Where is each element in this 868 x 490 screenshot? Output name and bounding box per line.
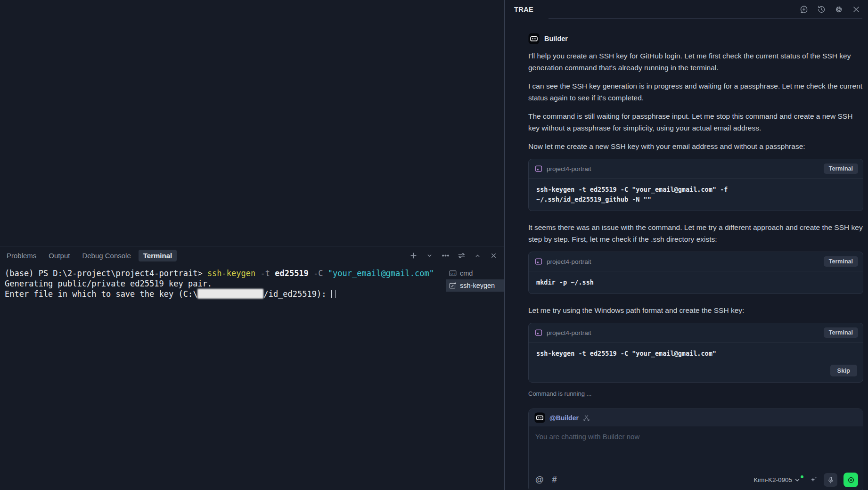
assistant-message: It seems there was an issue with the com… bbox=[528, 221, 863, 245]
card-command-code: ssh-keygen -t ed25519 -C "your_email@gma… bbox=[529, 343, 863, 365]
more-actions-icon[interactable] bbox=[442, 252, 450, 260]
terminal-line-prompt: (base) PS D:\2-project\project4-portrait… bbox=[5, 268, 446, 278]
card-command-code: ssh-keygen -t ed25519 -C "your_email@gma… bbox=[529, 179, 863, 211]
tab-terminal[interactable]: Terminal bbox=[139, 250, 177, 261]
terminal-badge[interactable]: Terminal bbox=[824, 327, 858, 338]
terminal-output: (base) PS D:\2-project\project4-portrait… bbox=[0, 264, 446, 490]
trae-ide-window: Problems Output Debug Console Terminal bbox=[0, 0, 868, 490]
new-terminal-icon[interactable] bbox=[409, 252, 418, 260]
panel-tabs: Problems Output Debug Console Terminal bbox=[2, 250, 177, 261]
history-icon[interactable] bbox=[817, 5, 826, 14]
tab-debug-console[interactable]: Debug Console bbox=[77, 250, 135, 261]
chat-input[interactable] bbox=[529, 426, 863, 469]
launch-profile-sliders-icon[interactable] bbox=[458, 252, 466, 260]
close-panel-icon[interactable] bbox=[490, 252, 498, 260]
trae-panel-header: TRAE bbox=[505, 0, 868, 19]
terminal-command-card: project4-portrait Terminal ssh-keygen -t… bbox=[528, 159, 863, 211]
assistant-message: I'll help you create an SSH key for GitH… bbox=[528, 50, 863, 74]
card-command-code: mkdir -p ~/.ssh bbox=[529, 271, 863, 294]
tab-output[interactable]: Output bbox=[44, 250, 74, 261]
model-name: Kimi-K2-0905 bbox=[753, 476, 792, 483]
stop-record-button[interactable] bbox=[843, 473, 858, 487]
assistant-message: I can see the SSH key generation is in p… bbox=[528, 80, 863, 104]
skip-button[interactable]: Skip bbox=[830, 365, 857, 376]
mention-at-button[interactable]: @ bbox=[535, 475, 544, 485]
terminal-line-enter-file: Enter file in which to save the key (C:\… bbox=[5, 289, 446, 299]
terminal-instance-ssh-keygen[interactable]: ssh-keygen bbox=[446, 279, 504, 292]
panel-header-icons bbox=[800, 5, 860, 14]
terminal-command-card: project4-portrait Terminal mkdir -p ~/.s… bbox=[528, 252, 863, 294]
task-terminal-icon bbox=[449, 282, 457, 289]
terminal-badge[interactable]: Terminal bbox=[824, 256, 858, 267]
terminal-panel: Problems Output Debug Console Terminal bbox=[0, 246, 504, 490]
chat-input-body: @ # Kimi-K2-0905 bbox=[529, 426, 863, 490]
microphone-button[interactable] bbox=[824, 473, 837, 487]
model-status-dot bbox=[801, 475, 803, 478]
terminal-toolbar-icons bbox=[409, 252, 498, 260]
new-chat-icon[interactable] bbox=[800, 5, 808, 14]
panel-title: TRAE bbox=[514, 6, 533, 13]
maximize-panel-icon[interactable] bbox=[474, 252, 482, 260]
enhance-sparkle-icon[interactable] bbox=[810, 476, 818, 484]
mention-chip-row: @Builder bbox=[529, 409, 863, 426]
terminal-instance-list: C:\ cmd ssh-keygen bbox=[446, 264, 504, 490]
scissors-icon[interactable] bbox=[583, 414, 590, 421]
assistant-message: Now let me create a new SSH key with you… bbox=[528, 140, 863, 152]
redacted-path bbox=[197, 289, 263, 299]
close-panel-icon[interactable] bbox=[852, 5, 860, 14]
tab-problems[interactable]: Problems bbox=[2, 250, 41, 261]
agent-header: Builder bbox=[528, 33, 863, 44]
workspace-label: project4-portrait bbox=[547, 258, 819, 265]
trae-ai-panel: TRAE Builder I'll help you create an SS bbox=[504, 0, 868, 490]
chevron-down-icon bbox=[794, 477, 800, 483]
svg-text:C:\: C:\ bbox=[450, 272, 455, 275]
builder-avatar-icon bbox=[528, 33, 540, 44]
terminal-cursor bbox=[331, 290, 336, 298]
terminal-badge[interactable]: Terminal bbox=[824, 163, 858, 174]
terminal-command: ssh-keygen bbox=[207, 269, 255, 278]
builder-mention[interactable]: @Builder bbox=[549, 414, 579, 422]
terminal-line-generating: Generating public/private ed25519 key pa… bbox=[5, 278, 446, 289]
editor-area bbox=[0, 0, 504, 246]
terminal-card-icon bbox=[535, 329, 542, 336]
assistant-message: The command is still waiting for passphr… bbox=[528, 110, 863, 134]
terminal-card-icon bbox=[535, 165, 542, 172]
context-hash-button[interactable]: # bbox=[552, 475, 557, 485]
agent-name: Builder bbox=[544, 35, 568, 42]
command-running-status: Command is running ... bbox=[528, 390, 863, 397]
terminal-command-card: project4-portrait Terminal ssh-keygen -t… bbox=[528, 323, 863, 383]
workspace-label: project4-portrait bbox=[547, 165, 819, 172]
chat-thread: Builder I'll help you create an SSH key … bbox=[505, 19, 868, 490]
model-selector[interactable]: Kimi-K2-0905 bbox=[753, 476, 803, 483]
assistant-message: Let me try using the Windows path format… bbox=[528, 304, 863, 316]
cmd-terminal-icon: C:\ bbox=[449, 270, 457, 277]
terminal-instance-cmd[interactable]: C:\ cmd bbox=[446, 267, 504, 279]
settings-gear-icon[interactable] bbox=[835, 5, 843, 14]
builder-avatar-icon[interactable] bbox=[534, 412, 545, 423]
chat-input-footer: @ # Kimi-K2-0905 bbox=[529, 469, 863, 490]
terminal-panel-toolbar: Problems Output Debug Console Terminal bbox=[0, 246, 504, 264]
workspace-label: project4-portrait bbox=[547, 329, 819, 336]
chat-input-card: @Builder @ # Kimi-K2-0905 bbox=[528, 408, 863, 490]
header-divider bbox=[549, 18, 862, 19]
terminal-card-icon bbox=[535, 258, 542, 265]
terminal-profile-chevron-icon[interactable] bbox=[426, 252, 434, 260]
terminal-body: (base) PS D:\2-project\project4-portrait… bbox=[0, 264, 504, 490]
